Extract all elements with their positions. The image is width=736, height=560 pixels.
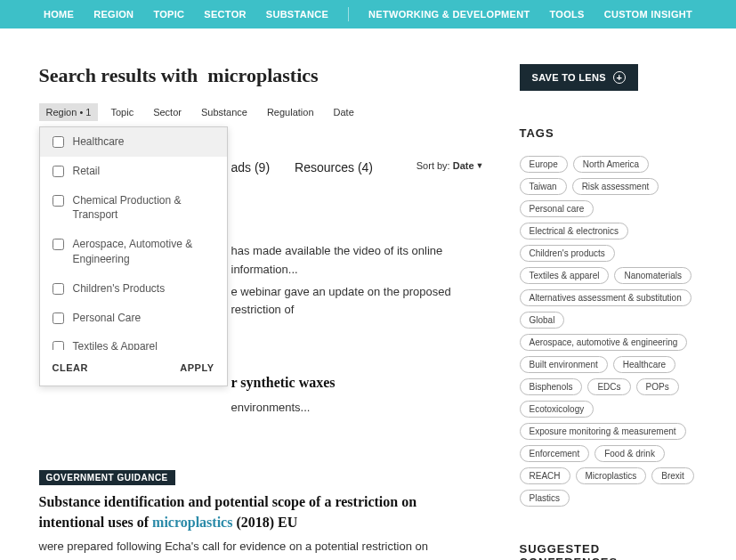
tag[interactable]: Nanomaterials xyxy=(614,267,691,284)
dropdown-item-childrens[interactable]: Children's Products xyxy=(40,274,227,304)
tag[interactable]: Europe xyxy=(520,156,568,173)
filter-tab-region[interactable]: Region • 1 xyxy=(39,103,99,121)
checkbox[interactable] xyxy=(53,166,64,177)
nav-tools[interactable]: TOOLS xyxy=(549,9,584,20)
tag[interactable]: Brexit xyxy=(651,467,694,484)
filter-tab-date[interactable]: Date xyxy=(327,103,361,121)
article-excerpt: e webinar gave an update on the proposed… xyxy=(231,283,484,321)
tag[interactable]: Plastics xyxy=(520,490,570,507)
dropdown-scroll[interactable]: Healthcare Retail Chemical Production & … xyxy=(40,127,227,350)
tag[interactable]: REACH xyxy=(520,467,570,484)
tag[interactable]: Food & drink xyxy=(594,445,665,462)
filter-tab-regulation[interactable]: Regulation xyxy=(260,103,321,121)
tag[interactable]: Textiles & apparel xyxy=(520,267,610,284)
tag[interactable]: Electrical & electronics xyxy=(520,223,629,239)
tag[interactable]: POPs xyxy=(636,378,679,395)
checkbox[interactable] xyxy=(53,341,64,350)
tag[interactable]: Microplastics xyxy=(576,467,647,484)
nav-region[interactable]: REGION xyxy=(93,9,133,20)
article-title[interactable]: r synthetic waxes xyxy=(231,373,484,393)
tab-resources[interactable]: Resources (4) xyxy=(295,160,373,180)
tag[interactable]: Global xyxy=(520,312,565,329)
nav-divider xyxy=(348,7,349,21)
tag[interactable]: Personal care xyxy=(520,200,594,217)
filter-tab-substance[interactable]: Substance xyxy=(194,103,255,121)
tags-heading: TAGS xyxy=(520,126,698,140)
checkbox[interactable] xyxy=(53,283,64,295)
conferences-heading: SUGGESTED CONFERENCES xyxy=(520,542,698,560)
tag[interactable]: Risk assessment xyxy=(572,178,659,195)
article-excerpt: has made available the video of its onli… xyxy=(231,242,484,280)
dropdown-apply-button[interactable]: APPLY xyxy=(180,362,214,373)
tag[interactable]: Alternatives assessment & substitution xyxy=(520,289,692,306)
search-results-heading: Search results with microplastics xyxy=(39,64,484,87)
filter-tab-topic[interactable]: Topic xyxy=(103,103,141,121)
filter-tab-sector[interactable]: Sector xyxy=(146,103,189,121)
dropdown-item-healthcare[interactable]: Healthcare xyxy=(40,127,227,157)
top-nav: HOME REGION TOPIC SECTOR SUBSTANCE NETWO… xyxy=(0,0,736,28)
tags-list: EuropeNorth AmericaTaiwanRisk assessment… xyxy=(520,156,698,507)
tag[interactable]: Bisphenols xyxy=(520,378,583,395)
tag[interactable]: Enforcement xyxy=(520,445,590,462)
nav-substance[interactable]: SUBSTANCE xyxy=(266,9,328,20)
dropdown-item-chemical[interactable]: Chemical Production & Transport xyxy=(40,186,227,231)
article-badge: GOVERNMENT GUIDANCE xyxy=(39,470,175,485)
nav-sector[interactable]: SECTOR xyxy=(204,9,246,20)
nav-topic[interactable]: TOPIC xyxy=(153,9,184,20)
checkbox[interactable] xyxy=(53,136,64,148)
chevron-down-icon: ▼ xyxy=(476,161,484,170)
tab-downloads[interactable]: ads (9) xyxy=(231,160,271,180)
tag[interactable]: North America xyxy=(573,156,649,173)
article-title[interactable]: Substance identification and potential s… xyxy=(39,492,484,532)
nav-custom[interactable]: CUSTOM INSIGHT xyxy=(604,9,692,20)
tag[interactable]: Ecotoxicology xyxy=(520,401,594,418)
article-excerpt: were prepared following Echa's call for … xyxy=(39,538,484,560)
save-to-lens-button[interactable]: SAVE TO LENS + xyxy=(520,64,638,91)
checkbox[interactable] xyxy=(53,239,64,250)
checkbox[interactable] xyxy=(53,195,64,207)
article-gov-guidance: GOVERNMENT GUIDANCE Substance identifica… xyxy=(39,470,484,560)
checkbox[interactable] xyxy=(53,312,64,324)
tag[interactable]: Children's products xyxy=(520,245,615,262)
tag[interactable]: EDCs xyxy=(587,378,630,395)
tag[interactable]: Taiwan xyxy=(520,178,567,195)
tag[interactable]: Healthcare xyxy=(613,356,675,373)
tag[interactable]: Built environment xyxy=(520,356,608,373)
filter-tabs: Region • 1 Topic Sector Substance Regula… xyxy=(39,103,484,121)
tag[interactable]: Aerospace, automotive & engineering xyxy=(520,334,688,351)
dropdown-item-textiles[interactable]: Textiles & Apparel xyxy=(40,332,227,350)
nav-home[interactable]: HOME xyxy=(44,9,74,20)
tag[interactable]: Exposure monitoring & measurement xyxy=(520,423,686,440)
dropdown-item-personalcare[interactable]: Personal Care xyxy=(40,304,227,333)
dropdown-item-retail[interactable]: Retail xyxy=(40,157,227,186)
plus-circle-icon: + xyxy=(613,71,626,84)
dropdown-clear-button[interactable]: CLEAR xyxy=(53,362,88,373)
article-excerpt: environments... xyxy=(231,399,484,418)
nav-networking[interactable]: NETWORKING & DEVELOPMENT xyxy=(368,9,530,20)
sector-dropdown: Healthcare Retail Chemical Production & … xyxy=(39,126,228,386)
dropdown-item-aerospace[interactable]: Aerospace, Automotive & Engineering xyxy=(40,230,227,274)
